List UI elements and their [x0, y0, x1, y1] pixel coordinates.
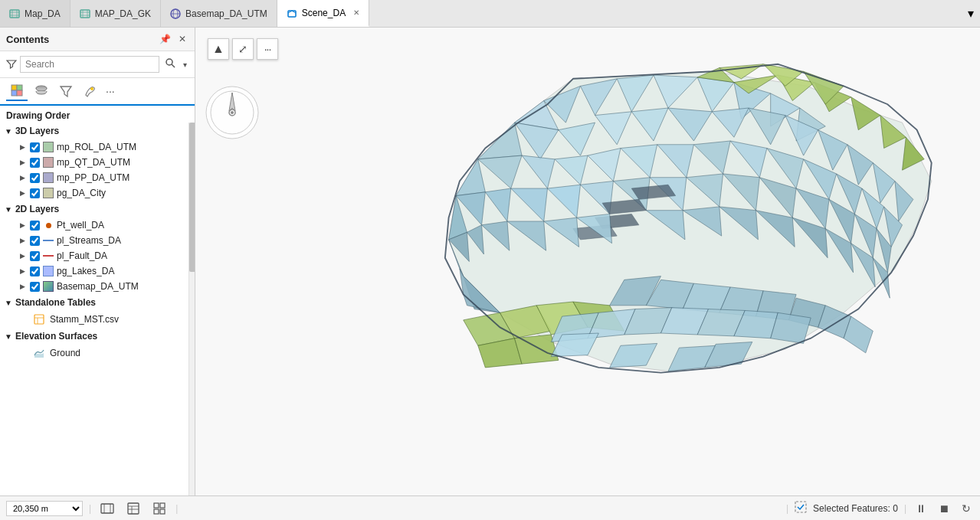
layer-checkbox[interactable] [30, 173, 40, 183]
svg-rect-139 [154, 503, 159, 508]
close-icon[interactable]: ✕ [176, 32, 188, 46]
list-item[interactable]: ▶ pl_Streams_DA [0, 233, 182, 248]
selected-features-text: Selected Features: 0 [813, 503, 898, 514]
scrollbar-track[interactable] [188, 123, 195, 495]
layer-checkbox[interactable] [30, 251, 40, 261]
layer-symbol [43, 220, 54, 231]
drawing-order-btn[interactable] [6, 81, 28, 101]
section-3d-layers[interactable]: ▼ 3D Layers [0, 123, 182, 139]
svg-rect-135 [128, 503, 139, 514]
expand-icon: ▶ [20, 189, 25, 197]
tab-map-da-gk[interactable]: MAP_DA_GK [70, 0, 161, 27]
svg-rect-143 [795, 502, 806, 512]
tab-bar: Map_DA MAP_DA_GK Basemap_DA_UTM Scene_DA… [0, 0, 980, 28]
list-item[interactable]: ▶ pg_Lakes_DA [0, 263, 182, 279]
layer-symbol [43, 266, 54, 276]
collapse-elev-arrow: ▼ [5, 332, 12, 341]
search-button[interactable] [162, 57, 179, 72]
list-item[interactable]: ▶ pl_Fault_DA [0, 248, 182, 263]
filter-icon [6, 58, 17, 71]
data-source-btn[interactable] [31, 82, 52, 100]
section-elev-label: Elevation Surfaces [15, 331, 97, 342]
svg-point-131 [231, 111, 234, 114]
list-item[interactable]: ▶ Pt_well_DA [0, 217, 182, 233]
list-item[interactable]: Stamm_MST.csv [0, 311, 182, 328]
list-item[interactable]: ▶ pg_DA_City [0, 185, 182, 201]
contents-panel: Contents 📌 ✕ ▾ [0, 28, 195, 495]
layer-checkbox[interactable] [30, 282, 40, 292]
pin-icon[interactable]: 📌 [157, 32, 173, 46]
scrollbar-thumb[interactable] [189, 123, 195, 272]
scale-select[interactable]: 20,350 m 10,000 m 50,000 m [6, 501, 83, 516]
expand-icon: ▶ [20, 237, 25, 244]
tab-map-da-gk-label: MAP_DA_GK [95, 8, 151, 19]
layer-checkbox[interactable] [30, 267, 40, 276]
tab-scene-da[interactable]: Scene_DA ✕ [277, 0, 369, 27]
svg-marker-13 [61, 87, 71, 96]
ground-label: Ground [50, 348, 80, 358]
search-input[interactable] [20, 56, 159, 73]
table-icon [33, 313, 45, 325]
tab-basemap-da-utm[interactable]: Basemap_DA_UTM [161, 0, 277, 27]
svg-point-14 [90, 87, 93, 90]
svg-rect-132 [101, 504, 113, 513]
search-dropdown-btn[interactable]: ▾ [182, 59, 188, 70]
zoom-layer-btn[interactable] [97, 500, 117, 517]
refresh-btn[interactable]: ↻ [959, 501, 974, 516]
stop-btn[interactable]: ⏹ [936, 501, 952, 516]
tab-map-da[interactable]: Map_DA [0, 0, 70, 27]
fullscreen-btn[interactable]: ⤢ [232, 38, 254, 60]
drawing-order-header: Drawing Order [0, 106, 195, 123]
style-btn[interactable] [80, 82, 101, 100]
layer-checkbox[interactable] [30, 142, 40, 152]
filter-layers-btn[interactable] [55, 82, 77, 100]
list-item[interactable]: ▶ mp_ROL_DA_UTM [0, 139, 182, 155]
selected-features-icon [795, 501, 807, 515]
list-item[interactable]: ▶ Basemap_DA_UTM [0, 279, 182, 294]
svg-marker-121 [771, 312, 811, 343]
section-3d-label: 3D Layers [15, 126, 59, 136]
expand-icon: ▶ [20, 267, 25, 275]
zoom-up-btn[interactable]: ▲ [208, 38, 229, 60]
list-item[interactable]: Ground [0, 345, 182, 361]
layer-checkbox[interactable] [30, 221, 40, 231]
pause-btn[interactable]: ⏸ [913, 501, 929, 516]
section-2d-label: 2D Layers [15, 204, 59, 214]
layer-checkbox[interactable] [30, 236, 40, 246]
bottom-bar: 20,350 m 10,000 m 50,000 m | | | Selecte… [0, 495, 980, 520]
table-label: Stamm_MST.csv [50, 314, 119, 325]
section-elevation-surfaces[interactable]: ▼ Elevation Surfaces [0, 328, 182, 345]
list-item[interactable]: ▶ mp_PP_DA_UTM [0, 170, 182, 185]
layer-label: Basemap_DA_UTM [57, 281, 139, 292]
layer-label: pl_Streams_DA [57, 235, 121, 246]
list-item[interactable]: ▶ mp_QT_DA_UTM [0, 155, 182, 170]
scene-icon [287, 8, 297, 18]
bottom-sep3: | [904, 503, 906, 514]
layer-label: mp_ROL_DA_UTM [57, 142, 136, 152]
section-2d-layers[interactable]: ▼ 2D Layers [0, 201, 182, 217]
expand-icon: ▶ [20, 221, 25, 229]
layer-checkbox[interactable] [30, 188, 40, 198]
layer-label: pg_DA_City [57, 188, 106, 198]
grid-btn[interactable] [149, 500, 169, 517]
section-standalone-tables[interactable]: ▼ Standalone Tables [0, 294, 182, 311]
svg-line-7 [172, 64, 175, 67]
table-view-btn[interactable] [123, 500, 143, 517]
overflow-icon: ▾ [968, 6, 974, 21]
map-more-btn[interactable]: ··· [257, 38, 278, 60]
sidebar-header-icons: 📌 ✕ [157, 32, 188, 46]
expand-icon: ▶ [20, 143, 25, 151]
layer-symbol [43, 281, 54, 292]
ground-icon [33, 347, 45, 359]
tab-overflow-btn[interactable]: ▾ [962, 0, 980, 27]
tab-close-btn[interactable]: ✕ [353, 8, 359, 17]
layer-label: pl_Fault_DA [57, 250, 107, 261]
map-da-icon [9, 8, 20, 19]
toolbar-more-btn[interactable]: ··· [106, 85, 115, 97]
map-da-gk-icon [80, 8, 90, 19]
svg-rect-1 [80, 10, 90, 18]
layer-checkbox[interactable] [30, 158, 40, 168]
status-right: | Selected Features: 0 | ⏸ ⏹ ↻ [786, 501, 974, 516]
layer-label: mp_PP_DA_UTM [57, 172, 129, 183]
contents-title: Contents [6, 34, 49, 45]
